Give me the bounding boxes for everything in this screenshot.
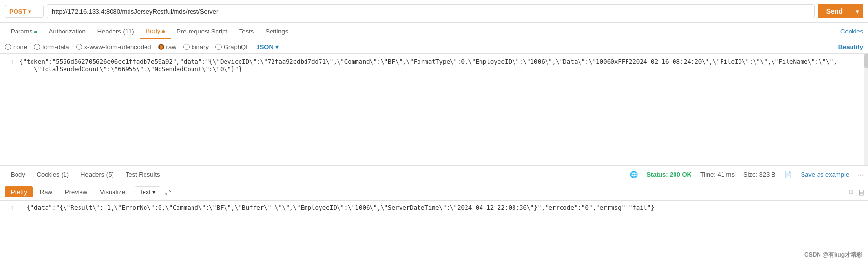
view-tab-visualize[interactable]: Visualize xyxy=(94,186,131,197)
body-options-bar: none form-data x-www-form-urlencoded raw… xyxy=(0,40,868,54)
scrollbar-track[interactable] xyxy=(864,54,868,165)
option-urlencoded[interactable]: x-www-form-urlencoded xyxy=(76,43,151,50)
body-dot xyxy=(162,30,165,33)
response-format-label: Text xyxy=(139,188,151,196)
send-dropdown-button[interactable]: ▾ xyxy=(852,4,863,18)
copy-icon[interactable]: ⧉ xyxy=(849,188,853,196)
globe-icon: 🌐 xyxy=(630,171,638,178)
method-label: POST xyxy=(9,8,26,15)
scrollbar-thumb[interactable] xyxy=(864,54,868,68)
tab-headers[interactable]: Headers (11) xyxy=(92,24,140,39)
filter-icon[interactable]: ⇌ xyxy=(165,187,171,196)
response-format-chevron-icon: ▾ xyxy=(152,188,156,196)
response-tab-cookies[interactable]: Cookies (1) xyxy=(31,167,75,182)
option-form-data[interactable]: form-data xyxy=(34,43,69,50)
tab-authorization[interactable]: Authorization xyxy=(43,24,92,39)
response-tab-bar: Body Cookies (1) Headers (5) Test Result… xyxy=(0,166,868,183)
option-graphql[interactable]: GraphQL xyxy=(215,43,249,50)
response-line-number: 1 xyxy=(0,204,19,212)
response-size: Size: 323 B xyxy=(743,171,776,178)
editor-line-1: 1 {"token":"5566d562705626e06cc1ffadb7e5… xyxy=(0,58,868,66)
view-tab-preview[interactable]: Preview xyxy=(59,186,93,197)
response-line-content: {"data":"{\"Result\":-1,\"ErrorNo\":0,\"… xyxy=(19,204,654,211)
request-tab-bar: Params Authorization Headers (11) Body P… xyxy=(0,23,868,40)
url-input[interactable] xyxy=(47,4,815,18)
view-tab-pretty[interactable]: Pretty xyxy=(5,186,33,197)
line-number-2 xyxy=(0,66,19,66)
response-tab-test-results[interactable]: Test Results xyxy=(120,167,166,182)
response-tab-body[interactable]: Body xyxy=(5,167,31,182)
line-content-1: {"token":"5566d562705626e06cc1ffadb7e59a… xyxy=(19,58,837,65)
view-tab-raw[interactable]: Raw xyxy=(34,186,58,197)
method-chevron-icon: ▾ xyxy=(28,9,31,14)
option-none[interactable]: none xyxy=(5,43,27,50)
response-body: 1 {"data":"{\"Result\":-1,\"ErrorNo\":0,… xyxy=(0,201,868,214)
more-options-icon[interactable]: ··· xyxy=(858,171,863,178)
request-body-editor[interactable]: 1 {"token":"5566d562705626e06cc1ffadb7e5… xyxy=(0,54,868,165)
tab-body[interactable]: Body xyxy=(140,23,171,39)
response-section: Body Cookies (1) Headers (5) Test Result… xyxy=(0,165,868,214)
beautify-button[interactable]: Beautify xyxy=(838,43,863,50)
url-bar: POST ▾ Send ▾ xyxy=(0,0,868,23)
tab-params[interactable]: Params xyxy=(5,24,43,39)
status-ok: Status: 200 OK xyxy=(646,171,691,178)
response-icon-group: ⧉ ⌸ xyxy=(849,188,863,196)
send-button[interactable]: Send xyxy=(818,4,852,18)
line-number-1: 1 xyxy=(0,58,19,66)
editor-line-2: \"TotalSendedCount\":\"66955\",\"NoSende… xyxy=(0,66,868,73)
response-format-select[interactable]: Text ▾ xyxy=(135,186,160,197)
wrap-icon[interactable]: ⌸ xyxy=(859,188,863,196)
option-raw[interactable]: raw xyxy=(158,43,177,50)
format-chevron-icon: ▾ xyxy=(275,43,279,50)
file-icon: 📄 xyxy=(784,171,792,178)
view-tabs-bar: Pretty Raw Preview Visualize Text ▾ ⇌ ⧉ … xyxy=(0,183,868,201)
response-line-1: 1 {"data":"{\"Result\":-1,\"ErrorNo\":0,… xyxy=(0,204,868,212)
tab-tests[interactable]: Tests xyxy=(233,24,259,39)
tab-prerequest[interactable]: Pre-request Script xyxy=(171,24,233,39)
tab-settings[interactable]: Settings xyxy=(259,24,294,39)
response-tab-headers[interactable]: Headers (5) xyxy=(75,167,120,182)
status-bar: 🌐 Status: 200 OK Time: 41 ms Size: 323 B… xyxy=(630,171,863,178)
params-dot xyxy=(34,31,37,33)
watermark: CSDN @有bug才精彩 xyxy=(804,251,862,259)
option-binary[interactable]: binary xyxy=(183,43,209,50)
save-as-example-link[interactable]: Save as example xyxy=(801,171,849,178)
method-select[interactable]: POST ▾ xyxy=(5,5,44,18)
send-group: Send ▾ xyxy=(818,4,863,18)
format-select[interactable]: JSON ▾ xyxy=(256,43,278,50)
line-content-2: \"TotalSendedCount\":\"66955\",\"NoSende… xyxy=(19,66,242,73)
format-label: JSON xyxy=(256,43,273,50)
response-time: Time: 41 ms xyxy=(700,171,735,178)
cookies-link[interactable]: Cookies xyxy=(840,28,863,35)
